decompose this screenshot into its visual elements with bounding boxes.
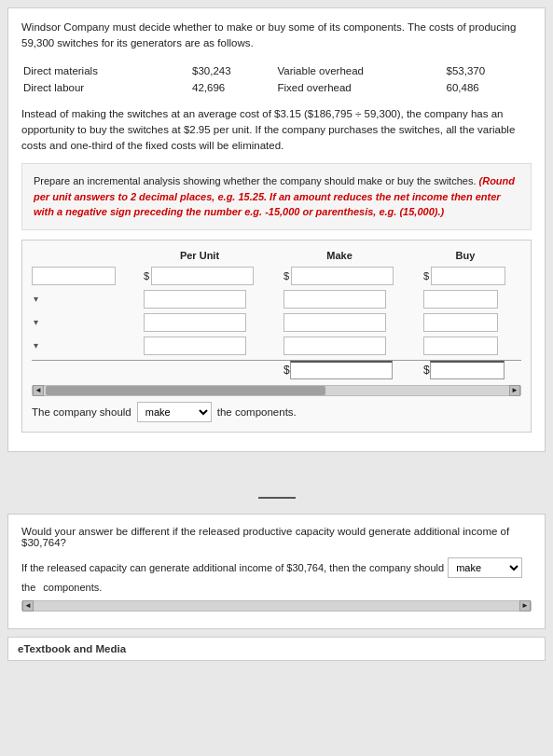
total-row: $ $ bbox=[32, 360, 521, 379]
make-header: Make bbox=[279, 250, 400, 261]
company-should-row: The company should make buy the componen… bbox=[32, 402, 521, 422]
bottom-horizontal-scrollbar[interactable]: ◄ ► bbox=[21, 600, 532, 612]
total-make-input[interactable] bbox=[290, 361, 393, 379]
fixed-overhead-label: Fixed overhead bbox=[278, 80, 445, 95]
horizontal-scrollbar[interactable]: ◄ ► bbox=[32, 385, 521, 396]
row2-make-cell bbox=[283, 290, 405, 309]
intro-paragraph2: Instead of making the switches at an ave… bbox=[21, 106, 532, 155]
released-select[interactable]: make buy bbox=[448, 557, 522, 578]
row1-label-area bbox=[32, 267, 144, 285]
row2-per-unit-input[interactable] bbox=[144, 290, 246, 309]
row1-per-unit-cell: $ bbox=[144, 267, 265, 285]
company-should-prefix: The company should bbox=[32, 406, 131, 418]
released-suffix-2: components. bbox=[43, 582, 102, 593]
scroll-left-arrow[interactable]: ◄ bbox=[33, 385, 44, 396]
bottom-card: Would your answer be different if the re… bbox=[7, 514, 546, 629]
analysis-row-2: ▾ bbox=[32, 290, 521, 309]
row3-per-unit-input[interactable] bbox=[144, 313, 246, 332]
row1-label-input[interactable] bbox=[32, 267, 116, 285]
row2-label-area: ▾ bbox=[32, 294, 144, 304]
row1-make-input[interactable] bbox=[291, 267, 394, 285]
row3-label-area: ▾ bbox=[32, 317, 144, 327]
total-buy-input[interactable] bbox=[430, 361, 505, 379]
direct-materials-label: Direct materials bbox=[23, 63, 190, 78]
row1-make-cell: $ bbox=[283, 267, 405, 285]
row4-make-cell bbox=[283, 337, 405, 355]
row2-make-input[interactable] bbox=[283, 290, 386, 309]
total-buy-cell: $ bbox=[423, 361, 517, 379]
row2-per-unit-cell bbox=[144, 290, 265, 309]
row2-buy-input[interactable] bbox=[423, 290, 498, 309]
row1-dollar-make: $ bbox=[283, 270, 289, 282]
row4-per-unit-input[interactable] bbox=[144, 337, 246, 355]
row3-chevron[interactable]: ▾ bbox=[32, 317, 40, 327]
page-wrapper: Windsor Company must decide whether to m… bbox=[0, 0, 553, 668]
column-headers: Per Unit Make Buy bbox=[32, 250, 521, 261]
row1-buy-cell: $ bbox=[423, 267, 517, 285]
intro-paragraph1: Windsor Company must decide whether to m… bbox=[21, 20, 532, 52]
bottom-scroll-left-arrow[interactable]: ◄ bbox=[22, 600, 34, 612]
scroll-right-arrow[interactable]: ► bbox=[509, 385, 520, 396]
costs-table: Direct materials $30,243 Variable overhe… bbox=[21, 62, 532, 97]
row1-per-unit-input[interactable] bbox=[151, 267, 254, 285]
row1-dollar-per-unit: $ bbox=[144, 270, 149, 282]
etextbook-bar: eTextbook and Media bbox=[7, 637, 546, 661]
analysis-row-1: $ $ $ bbox=[32, 267, 521, 285]
main-card: Windsor Company must decide whether to m… bbox=[7, 7, 546, 452]
costs-row-2: Direct labour 42,696 Fixed overhead 60,4… bbox=[23, 80, 530, 95]
company-should-suffix: the components. bbox=[217, 406, 297, 418]
released-prefix: If the released capacity can generate ad… bbox=[21, 562, 444, 573]
row3-make-input[interactable] bbox=[283, 313, 386, 332]
fixed-overhead-amount: 60,486 bbox=[447, 80, 531, 95]
per-unit-header: Per Unit bbox=[139, 250, 260, 261]
row3-make-cell bbox=[283, 313, 405, 332]
row1-buy-input[interactable] bbox=[431, 267, 505, 285]
variable-overhead-amount: $53,370 bbox=[447, 63, 531, 78]
etextbook-label: eTextbook and Media bbox=[18, 643, 126, 654]
direct-labour-amount: 42,696 bbox=[192, 80, 276, 95]
direct-labour-label: Direct labour bbox=[23, 80, 190, 95]
row1-dollar-buy: $ bbox=[423, 270, 429, 282]
instruction-plain: Prepare an incremental analysis showing … bbox=[34, 175, 479, 186]
divider-line bbox=[258, 497, 296, 499]
analysis-row-4: ▾ bbox=[32, 337, 521, 355]
row4-chevron[interactable]: ▾ bbox=[32, 340, 40, 351]
released-suffix-1: the bbox=[21, 582, 35, 593]
row4-per-unit-cell bbox=[144, 337, 265, 355]
row3-buy-cell bbox=[423, 313, 517, 332]
buy-header: Buy bbox=[419, 250, 512, 261]
total-make-cell: $ bbox=[283, 361, 405, 379]
analysis-section: Per Unit Make Buy $ $ $ bbox=[21, 240, 532, 433]
bottom-question: Would your answer be different if the re… bbox=[21, 526, 532, 548]
instruction-text: Prepare an incremental analysis showing … bbox=[34, 173, 519, 220]
released-row: If the released capacity can generate ad… bbox=[21, 557, 532, 593]
company-should-select[interactable]: make buy bbox=[137, 402, 212, 422]
direct-materials-amount: $30,243 bbox=[192, 63, 276, 78]
spacer bbox=[7, 460, 546, 497]
scrollbar-thumb[interactable] bbox=[46, 386, 325, 395]
instruction-box: Prepare an incremental analysis showing … bbox=[21, 163, 532, 230]
row2-buy-cell bbox=[423, 290, 517, 309]
costs-row-1: Direct materials $30,243 Variable overhe… bbox=[23, 63, 530, 78]
analysis-row-3: ▾ bbox=[32, 313, 521, 332]
row4-buy-cell bbox=[423, 337, 517, 355]
bottom-scroll-right-arrow[interactable]: ► bbox=[519, 600, 531, 612]
row3-buy-input[interactable] bbox=[423, 313, 498, 332]
row4-label-area: ▾ bbox=[32, 340, 144, 351]
variable-overhead-label: Variable overhead bbox=[278, 63, 445, 78]
total-dollar-make: $ bbox=[283, 364, 290, 377]
row3-per-unit-cell bbox=[144, 313, 265, 332]
row2-chevron[interactable]: ▾ bbox=[32, 294, 40, 304]
total-dollar-buy: $ bbox=[423, 364, 430, 377]
